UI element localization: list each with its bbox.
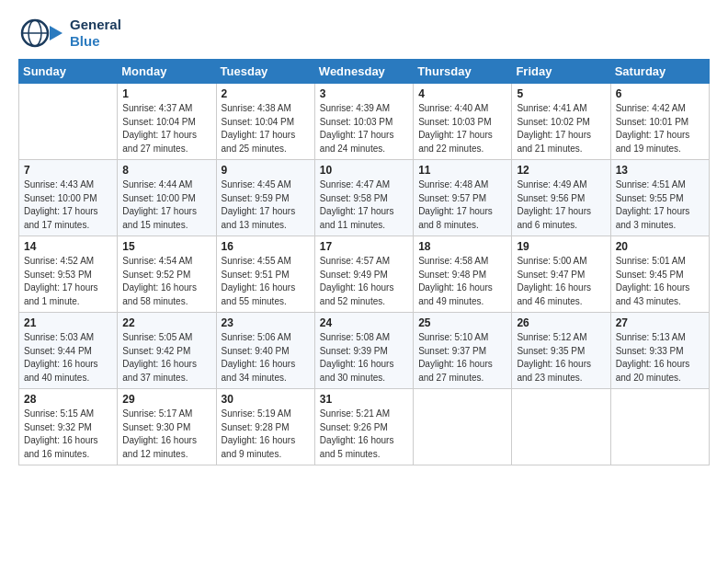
- day-number: 12: [517, 164, 605, 177]
- svg-marker-3: [50, 26, 63, 40]
- day-number: 8: [122, 164, 210, 177]
- day-number: 26: [517, 316, 605, 329]
- calendar-cell: 8Sunrise: 4:44 AM Sunset: 10:00 PM Dayli…: [118, 160, 216, 236]
- day-number: 2: [222, 87, 310, 100]
- calendar-cell: 24Sunrise: 5:08 AM Sunset: 9:39 PM Dayli…: [314, 313, 413, 389]
- page-header: GeneralBlue: [18, 15, 710, 52]
- calendar-cell: 1Sunrise: 4:37 AM Sunset: 10:04 PM Dayli…: [118, 84, 216, 160]
- day-info: Sunrise: 5:00 AM Sunset: 9:47 PM Dayligh…: [517, 255, 605, 308]
- day-number: 6: [616, 87, 704, 100]
- calendar-cell: 4Sunrise: 4:40 AM Sunset: 10:03 PM Dayli…: [414, 84, 512, 160]
- calendar-cell: 18Sunrise: 4:58 AM Sunset: 9:48 PM Dayli…: [414, 236, 512, 313]
- day-info: Sunrise: 4:37 AM Sunset: 10:04 PM Daylig…: [122, 102, 210, 155]
- day-number: 3: [320, 87, 408, 100]
- day-number: 1: [122, 87, 210, 100]
- day-number: 28: [24, 393, 112, 406]
- calendar-cell: 2Sunrise: 4:38 AM Sunset: 10:04 PM Dayli…: [216, 84, 314, 160]
- calendar-cell: 25Sunrise: 5:10 AM Sunset: 9:37 PM Dayli…: [414, 313, 512, 389]
- weekday-header-saturday: Saturday: [610, 60, 709, 84]
- day-info: Sunrise: 4:41 AM Sunset: 10:02 PM Daylig…: [517, 102, 605, 155]
- day-number: 7: [24, 164, 112, 177]
- calendar-cell: [610, 389, 709, 465]
- day-number: 18: [418, 240, 506, 253]
- weekday-header-friday: Friday: [512, 60, 610, 84]
- day-info: Sunrise: 4:57 AM Sunset: 9:49 PM Dayligh…: [320, 255, 408, 308]
- day-number: 13: [616, 164, 704, 177]
- calendar-cell: 15Sunrise: 4:54 AM Sunset: 9:52 PM Dayli…: [118, 236, 216, 313]
- day-info: Sunrise: 5:17 AM Sunset: 9:30 PM Dayligh…: [122, 408, 210, 461]
- calendar-cell: [414, 389, 512, 465]
- calendar-cell: 17Sunrise: 4:57 AM Sunset: 9:49 PM Dayli…: [314, 236, 413, 313]
- calendar-cell: 7Sunrise: 4:43 AM Sunset: 10:00 PM Dayli…: [19, 160, 118, 236]
- day-number: 23: [222, 316, 310, 329]
- day-info: Sunrise: 5:12 AM Sunset: 9:35 PM Dayligh…: [517, 331, 605, 385]
- calendar-cell: 12Sunrise: 4:49 AM Sunset: 9:56 PM Dayli…: [512, 160, 610, 236]
- day-number: 17: [320, 240, 408, 253]
- calendar-week-row: 28Sunrise: 5:15 AM Sunset: 9:32 PM Dayli…: [19, 389, 710, 465]
- day-info: Sunrise: 4:42 AM Sunset: 10:01 PM Daylig…: [616, 102, 704, 155]
- day-info: Sunrise: 5:10 AM Sunset: 9:37 PM Dayligh…: [418, 331, 506, 385]
- calendar-cell: 16Sunrise: 4:55 AM Sunset: 9:51 PM Dayli…: [216, 236, 314, 313]
- calendar-week-row: 21Sunrise: 5:03 AM Sunset: 9:44 PM Dayli…: [19, 313, 710, 389]
- calendar-cell: 31Sunrise: 5:21 AM Sunset: 9:26 PM Dayli…: [314, 389, 413, 465]
- day-info: Sunrise: 4:45 AM Sunset: 9:59 PM Dayligh…: [222, 178, 310, 232]
- day-number: 27: [616, 316, 704, 329]
- calendar-cell: 27Sunrise: 5:13 AM Sunset: 9:33 PM Dayli…: [610, 313, 709, 389]
- day-number: 31: [320, 393, 408, 406]
- weekday-header-monday: Monday: [118, 60, 216, 84]
- day-info: Sunrise: 5:19 AM Sunset: 9:28 PM Dayligh…: [222, 408, 310, 461]
- day-info: Sunrise: 4:40 AM Sunset: 10:03 PM Daylig…: [418, 102, 506, 155]
- day-info: Sunrise: 4:47 AM Sunset: 9:58 PM Dayligh…: [320, 178, 408, 232]
- day-number: 4: [418, 87, 506, 100]
- day-info: Sunrise: 4:55 AM Sunset: 9:51 PM Dayligh…: [222, 255, 310, 308]
- day-info: Sunrise: 5:03 AM Sunset: 9:44 PM Dayligh…: [24, 331, 112, 385]
- calendar-cell: 20Sunrise: 5:01 AM Sunset: 9:45 PM Dayli…: [610, 236, 709, 313]
- logo-text: GeneralBlue: [70, 17, 121, 50]
- calendar-cell: 9Sunrise: 4:45 AM Sunset: 9:59 PM Daylig…: [216, 160, 314, 236]
- calendar-cell: 29Sunrise: 5:17 AM Sunset: 9:30 PM Dayli…: [118, 389, 216, 465]
- calendar-cell: 30Sunrise: 5:19 AM Sunset: 9:28 PM Dayli…: [216, 389, 314, 465]
- day-number: 5: [517, 87, 605, 100]
- weekday-header-thursday: Thursday: [414, 60, 512, 84]
- day-number: 30: [222, 393, 310, 406]
- day-info: Sunrise: 4:43 AM Sunset: 10:00 PM Daylig…: [24, 178, 112, 232]
- day-number: 10: [320, 164, 408, 177]
- calendar-cell: 11Sunrise: 4:48 AM Sunset: 9:57 PM Dayli…: [414, 160, 512, 236]
- day-number: 11: [418, 164, 506, 177]
- day-number: 22: [122, 316, 210, 329]
- day-info: Sunrise: 5:13 AM Sunset: 9:33 PM Dayligh…: [616, 331, 704, 385]
- calendar-cell: [512, 389, 610, 465]
- day-number: 20: [616, 240, 704, 253]
- day-number: 9: [222, 164, 310, 177]
- day-number: 16: [222, 240, 310, 253]
- day-info: Sunrise: 4:44 AM Sunset: 10:00 PM Daylig…: [122, 178, 210, 232]
- weekday-header-wednesday: Wednesday: [314, 60, 413, 84]
- day-info: Sunrise: 5:01 AM Sunset: 9:45 PM Dayligh…: [616, 255, 704, 308]
- calendar-cell: 10Sunrise: 4:47 AM Sunset: 9:58 PM Dayli…: [314, 160, 413, 236]
- calendar-cell: 3Sunrise: 4:39 AM Sunset: 10:03 PM Dayli…: [314, 84, 413, 160]
- calendar-cell: 13Sunrise: 4:51 AM Sunset: 9:55 PM Dayli…: [610, 160, 709, 236]
- day-info: Sunrise: 4:58 AM Sunset: 9:48 PM Dayligh…: [418, 255, 506, 308]
- calendar-cell: 23Sunrise: 5:06 AM Sunset: 9:40 PM Dayli…: [216, 313, 314, 389]
- day-info: Sunrise: 5:08 AM Sunset: 9:39 PM Dayligh…: [320, 331, 408, 385]
- logo: GeneralBlue: [18, 15, 121, 52]
- calendar-cell: 14Sunrise: 4:52 AM Sunset: 9:53 PM Dayli…: [19, 236, 118, 313]
- calendar-cell: 26Sunrise: 5:12 AM Sunset: 9:35 PM Dayli…: [512, 313, 610, 389]
- calendar-week-row: 1Sunrise: 4:37 AM Sunset: 10:04 PM Dayli…: [19, 84, 710, 160]
- day-info: Sunrise: 5:15 AM Sunset: 9:32 PM Dayligh…: [24, 408, 112, 461]
- calendar-cell: 28Sunrise: 5:15 AM Sunset: 9:32 PM Dayli…: [19, 389, 118, 465]
- calendar-cell: 22Sunrise: 5:05 AM Sunset: 9:42 PM Dayli…: [118, 313, 216, 389]
- day-info: Sunrise: 4:54 AM Sunset: 9:52 PM Dayligh…: [122, 255, 210, 308]
- weekday-header-tuesday: Tuesday: [216, 60, 314, 84]
- calendar-cell: 19Sunrise: 5:00 AM Sunset: 9:47 PM Dayli…: [512, 236, 610, 313]
- day-info: Sunrise: 4:39 AM Sunset: 10:03 PM Daylig…: [320, 102, 408, 155]
- day-info: Sunrise: 4:52 AM Sunset: 9:53 PM Dayligh…: [24, 255, 112, 308]
- day-info: Sunrise: 4:48 AM Sunset: 9:57 PM Dayligh…: [418, 178, 506, 232]
- calendar-week-row: 7Sunrise: 4:43 AM Sunset: 10:00 PM Dayli…: [19, 160, 710, 236]
- day-number: 15: [122, 240, 210, 253]
- day-number: 21: [24, 316, 112, 329]
- day-info: Sunrise: 5:05 AM Sunset: 9:42 PM Dayligh…: [122, 331, 210, 385]
- day-info: Sunrise: 4:38 AM Sunset: 10:04 PM Daylig…: [222, 102, 310, 155]
- day-number: 19: [517, 240, 605, 253]
- day-number: 29: [122, 393, 210, 406]
